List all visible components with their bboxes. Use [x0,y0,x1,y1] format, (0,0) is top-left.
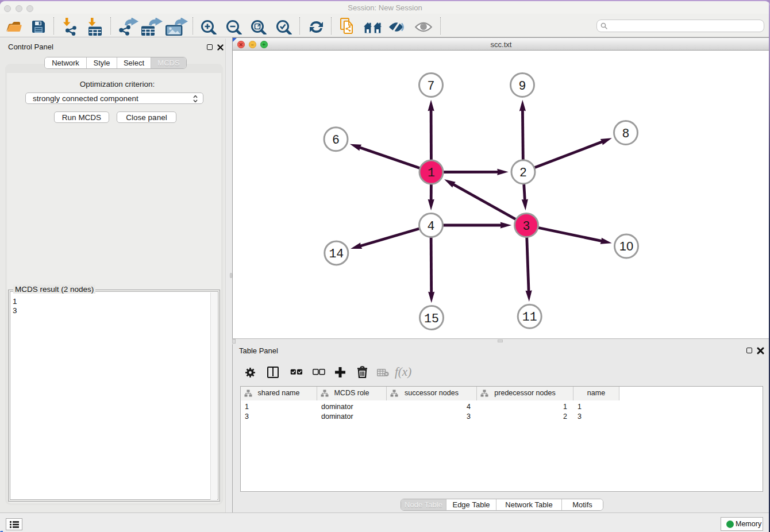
svg-text:11: 11 [522,310,537,324]
svg-text:3: 3 [523,219,530,233]
svg-text:2: 2 [519,166,527,180]
svg-text:6: 6 [332,133,340,147]
svg-text:10: 10 [619,239,633,253]
svg-text:14: 14 [329,247,344,261]
svg-text:15: 15 [424,312,439,326]
svg-text:4: 4 [428,219,435,233]
svg-text:7: 7 [428,79,435,93]
svg-text:1: 1 [428,166,435,180]
svg-text:8: 8 [622,127,630,141]
svg-text:9: 9 [519,79,526,93]
